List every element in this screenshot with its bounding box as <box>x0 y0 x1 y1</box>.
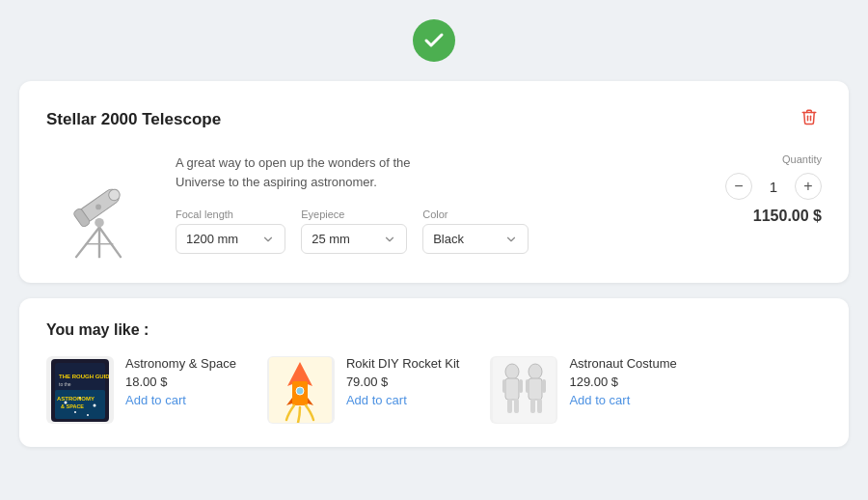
rec-price-1: 79.00 $ <box>346 375 460 389</box>
color-label: Color <box>422 208 529 220</box>
quantity-price-section: Quantity − 1 + 1150.00 $ <box>706 153 822 225</box>
recommendations-card: You may like : THE ROUGH GUIDE to the <box>19 298 849 447</box>
quantity-value: 1 <box>764 179 783 195</box>
svg-text:THE ROUGH GUIDE: THE ROUGH GUIDE <box>59 374 109 379</box>
svg-rect-38 <box>530 399 535 413</box>
rec-name-2: Astronaut Costume <box>569 356 676 371</box>
product-body: A great way to open up the wonders of th… <box>46 153 822 260</box>
color-chevron-icon <box>504 233 518 246</box>
increase-quantity-button[interactable]: + <box>795 173 822 200</box>
svg-text:to the: to the <box>59 381 71 387</box>
svg-rect-32 <box>507 399 512 413</box>
rec-item-0: THE ROUGH GUIDE to the ASTRONOMY & SPACE <box>46 356 236 424</box>
svg-rect-31 <box>519 379 523 393</box>
success-checkmark <box>413 19 455 62</box>
quantity-label: Quantity <box>782 153 822 165</box>
focal-length-value: 1200 mm <box>186 232 238 246</box>
svg-rect-37 <box>542 379 546 393</box>
rec-thumb-0: THE ROUGH GUIDE to the ASTRONOMY & SPACE <box>46 356 114 424</box>
focal-length-chevron-icon <box>261 233 275 246</box>
rec-info-2: Astronaut Costume 129.00 $ Add to cart <box>569 356 676 407</box>
product-description: A great way to open up the wonders of th… <box>176 153 446 191</box>
svg-rect-30 <box>502 379 506 393</box>
svg-line-0 <box>76 228 99 258</box>
svg-point-8 <box>95 205 101 210</box>
product-image <box>46 153 152 260</box>
recommendations-list: THE ROUGH GUIDE to the ASTRONOMY & SPACE <box>46 356 822 424</box>
svg-text:ASTRONOMY: ASTRONOMY <box>57 396 95 402</box>
color-value: Black <box>433 232 481 246</box>
decrease-quantity-button[interactable]: − <box>725 173 752 200</box>
rec-add-cart-1[interactable]: Add to cart <box>346 393 460 407</box>
svg-point-24 <box>296 387 304 395</box>
svg-rect-33 <box>514 399 519 413</box>
eyepiece-chevron-icon <box>383 233 396 246</box>
svg-point-34 <box>529 364 542 379</box>
svg-point-17 <box>74 411 76 413</box>
quantity-controls: − 1 + <box>725 173 822 200</box>
delete-button[interactable] <box>797 104 822 134</box>
main-container: Stellar 2000 Telescope <box>19 81 849 447</box>
product-title: Stellar 2000 Telescope <box>46 110 221 129</box>
rec-thumb-1 <box>267 356 335 424</box>
recommendations-title: You may like : <box>46 321 822 339</box>
product-header: Stellar 2000 Telescope <box>46 104 822 134</box>
rec-add-cart-2[interactable]: Add to cart <box>569 393 676 407</box>
product-info: A great way to open up the wonders of th… <box>176 153 683 254</box>
svg-text:& SPACE: & SPACE <box>61 403 84 409</box>
product-price: 1150.00 $ <box>753 208 822 225</box>
rec-name-0: Astronomy & Space <box>125 356 236 371</box>
svg-point-16 <box>94 403 96 406</box>
svg-rect-36 <box>526 379 529 393</box>
eyepiece-label: Eyepiece <box>301 208 407 220</box>
selectors-row: Focal length 1200 mm Eyepiece 25 mm <box>176 208 683 254</box>
eyepiece-value: 25 mm <box>312 232 360 246</box>
color-selector: Color Black <box>422 208 529 254</box>
color-dropdown[interactable]: Black <box>422 224 529 254</box>
svg-point-4 <box>95 218 104 228</box>
focal-length-selector: Focal length 1200 mm <box>176 208 285 254</box>
rec-price-0: 18.00 $ <box>125 375 236 389</box>
svg-point-28 <box>505 364 519 379</box>
focal-length-label: Focal length <box>176 208 285 220</box>
svg-rect-29 <box>505 378 519 400</box>
svg-rect-27 <box>493 357 556 423</box>
svg-point-18 <box>87 414 89 416</box>
rec-name-1: Rokit DIY Rocket Kit <box>346 356 460 371</box>
svg-rect-35 <box>529 378 542 400</box>
rec-item-2: Astronaut Costume 129.00 $ Add to cart <box>490 356 676 424</box>
svg-rect-39 <box>537 399 542 413</box>
eyepiece-selector: Eyepiece 25 mm <box>301 208 407 254</box>
rec-thumb-2 <box>490 356 557 424</box>
svg-line-2 <box>99 228 121 258</box>
eyepiece-dropdown[interactable]: 25 mm <box>301 224 407 254</box>
rec-info-0: Astronomy & Space 18.00 $ Add to cart <box>125 356 236 407</box>
rec-price-2: 129.00 $ <box>569 375 676 389</box>
rec-info-1: Rokit DIY Rocket Kit 79.00 $ Add to cart <box>346 356 460 407</box>
focal-length-dropdown[interactable]: 1200 mm <box>176 224 285 254</box>
rec-item-1: Rokit DIY Rocket Kit 79.00 $ Add to cart <box>267 356 460 424</box>
product-card: Stellar 2000 Telescope <box>19 81 849 283</box>
rec-add-cart-0[interactable]: Add to cart <box>125 393 236 407</box>
